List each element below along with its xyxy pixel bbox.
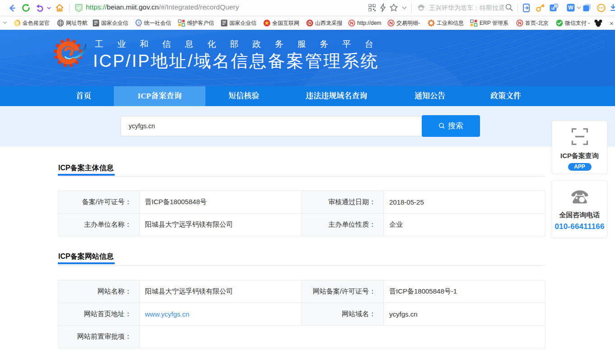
- svg-text:W: W: [568, 5, 573, 11]
- svg-text:CODE: CODE: [136, 25, 141, 27]
- svg-text:译: 译: [551, 6, 555, 11]
- svg-text:S: S: [138, 20, 140, 25]
